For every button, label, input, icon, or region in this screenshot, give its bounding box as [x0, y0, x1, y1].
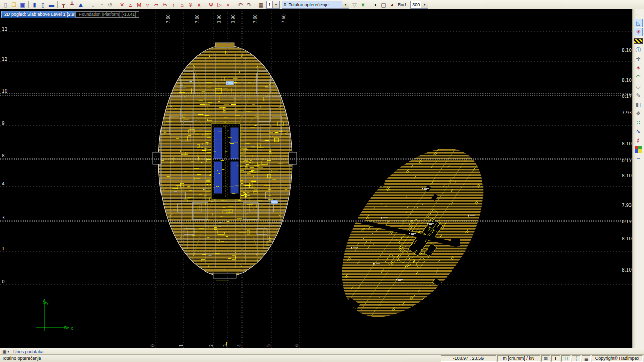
svg-text:3: 3 [2, 215, 5, 220]
color-palette-icon[interactable] [635, 146, 642, 153]
svg-text:0: 0 [2, 279, 5, 284]
redo-icon[interactable]: ↷ [245, 1, 253, 9]
svg-text:1: 1 [179, 344, 184, 347]
ortho-tool-icon[interactable]: ⌐ [634, 10, 643, 18]
svg-text:x: x [71, 326, 73, 331]
invisible-toggle-icon[interactable]: ¦ [572, 355, 581, 362]
toolbar-separator [28, 1, 29, 8]
units-indicator[interactable]: m [cm,mm] / kN [497, 355, 540, 362]
export-drawing-icon[interactable]: ▽ [350, 1, 359, 9]
copy-load-icon[interactable]: ▷ [215, 1, 224, 9]
chevron-down-icon[interactable]: ▾ [342, 1, 349, 8]
new-file-icon[interactable]: ▯ [1, 1, 10, 9]
extrude-up-icon[interactable]: ↑ [169, 1, 178, 9]
truss-cross-icon[interactable]: ✕ [118, 1, 126, 9]
top-toolbar: ▯❐▣▮▯▬┳┻▲↓◔↺✕▵M▿▱✂↑⌂※∧Ψ▷«↶↷▦1▾0. Totalno… [0, 0, 644, 9]
entity-set-spinner[interactable]: 1▾ [266, 1, 280, 9]
svg-text:9: 9 [2, 121, 5, 126]
import-level-icon[interactable]: ↓ [89, 1, 97, 9]
eraser-icon[interactable]: ◧ [634, 100, 643, 109]
plumb-tool-icon[interactable]: ┳ [59, 1, 68, 9]
copy-entity-icon[interactable]: ▱ [152, 1, 160, 9]
slab-filled-icon[interactable]: ▮ [30, 1, 39, 9]
beam-line-icon[interactable]: ▬ [47, 1, 56, 9]
status-bar: Totalno opterećenje -108.97 , 23.56 m [c… [0, 354, 644, 362]
snap-star-icon[interactable]: ✳ [634, 28, 643, 36]
chevron-icon[interactable]: ∧ [195, 1, 203, 9]
svg-text:8.10: 8.10 [622, 141, 632, 146]
load-case-combo[interactable]: 0. Totalno opterećenje▾ [282, 1, 349, 9]
points-icon[interactable]: ∷ [634, 118, 643, 127]
level-tool-icon[interactable]: ┻ [68, 1, 76, 9]
pie-render-icon[interactable]: ◕ [388, 1, 396, 9]
scale-combo[interactable]: 300▾ [410, 1, 428, 9]
axes-toggle-icon[interactable]: I [551, 355, 560, 362]
curve-sub-icon[interactable]: ◡ [634, 82, 643, 90]
svg-text:0.17: 0.17 [622, 158, 632, 163]
dimension-icon[interactable]: ↔ [634, 153, 643, 162]
anchor-icon[interactable]: ♯ [634, 136, 643, 145]
svg-text:7.60: 7.60 [195, 14, 200, 23]
right-toolbar: ⌐◺✳ⓘ✛✶◠◡✎◧❖∷∿♯↔ [632, 9, 644, 348]
spline-icon[interactable]: ∿ [634, 127, 643, 136]
cone-tool-icon[interactable]: ▲ [76, 1, 85, 9]
selection-box-icon[interactable]: ▢ [379, 1, 388, 9]
svg-text:7.60: 7.60 [253, 14, 258, 23]
move-icon[interactable]: ✛ [634, 55, 643, 63]
svg-text:8.10: 8.10 [622, 78, 632, 83]
scissors-icon[interactable]: ✂ [160, 1, 169, 9]
svg-text:8.10: 8.10 [622, 267, 632, 273]
chevron-down-icon[interactable]: ▾ [272, 1, 279, 8]
svg-text:7.60: 7.60 [166, 14, 171, 23]
foundation-level-chip[interactable]: Foundation (Platform) [-13.41] [75, 11, 139, 18]
svg-text:5: 5 [267, 344, 271, 347]
pencil-icon[interactable]: ✎ [634, 91, 643, 100]
node-lower-icon[interactable]: ▿ [143, 1, 152, 9]
svg-text:4: 4 [237, 344, 242, 347]
pan-hand-icon[interactable]: ❖ [634, 109, 643, 118]
protractor-icon[interactable]: ◺ [634, 19, 643, 27]
curve-add-icon[interactable]: ◠ [634, 73, 643, 81]
chevron-down-icon[interactable]: ▾ [8, 350, 10, 354]
toolbar-separator [234, 1, 234, 8]
wind-load-icon[interactable]: Ψ [207, 1, 215, 9]
svg-text:8.10: 8.10 [622, 173, 632, 178]
svg-text:4: 4 [2, 181, 5, 186]
slab-outline-icon[interactable]: ▯ [39, 1, 47, 9]
load-case-combo-value: 0. Totalno opterećenje [282, 1, 342, 8]
toolbar-separator [116, 1, 116, 8]
node-raise-icon[interactable]: ▵ [126, 1, 135, 9]
copyright-label: Copyright© Radimpex [592, 355, 643, 362]
rotate-cw-icon[interactable]: ◔ [97, 1, 106, 9]
spray-icon[interactable]: ✶ [634, 64, 643, 72]
grid-layer [0, 11, 633, 348]
chevron-down-icon[interactable]: ▾ [421, 1, 428, 8]
ramp-icon[interactable]: « [224, 1, 232, 9]
rotate-ccw-icon[interactable]: ↺ [106, 1, 114, 9]
scale-label: R=1: [398, 2, 408, 7]
save-icon[interactable]: ▣ [18, 1, 27, 9]
svg-text:2: 2 [209, 344, 214, 347]
toolbar-separator [205, 1, 205, 8]
svg-text:13: 13 [2, 27, 7, 32]
section-toggle-icon[interactable]: Π [561, 355, 571, 362]
toolbar-separator [255, 1, 255, 8]
svg-text:8: 8 [2, 153, 5, 158]
frame-icon[interactable]: M [135, 1, 143, 9]
info-icon[interactable]: ⓘ [634, 46, 643, 54]
right-slab [309, 130, 521, 336]
import-drawing-icon[interactable]: ▼ [359, 1, 367, 9]
tables-icon[interactable]: ▦ [257, 1, 265, 9]
lattice-icon[interactable]: ※ [186, 1, 195, 9]
svg-text:7.93: 7.93 [622, 203, 632, 208]
grid-toggle-icon[interactable]: ▦ [541, 355, 550, 362]
open-folder-icon[interactable]: ❐ [10, 1, 18, 9]
contrast-icon[interactable]: ◑ [371, 1, 379, 9]
bridge-toggle-icon[interactable]: ▄ [582, 355, 591, 362]
cascade-window-icon[interactable]: ▣ [2, 349, 7, 354]
drawing-canvas[interactable]: 1312109843108.108.100.177.938.100.178.10… [0, 9, 633, 348]
layer-visibility-icon[interactable] [634, 38, 643, 44]
menu-item-unos-podataka[interactable]: Unos podataka [13, 349, 44, 354]
undo-icon[interactable]: ↶ [236, 1, 245, 9]
roof-icon[interactable]: ⌂ [178, 1, 186, 9]
